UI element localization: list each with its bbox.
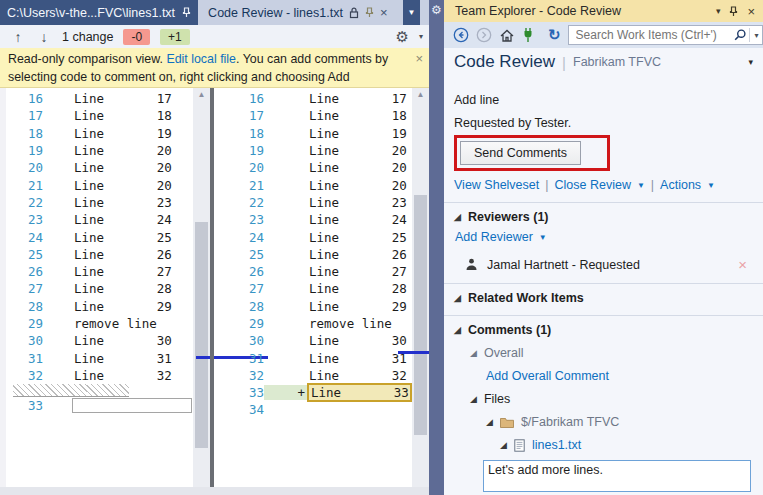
diff-row: 34 [215, 401, 413, 418]
next-change-button[interactable]: ↓ [36, 29, 52, 45]
overall-label: Overall [484, 346, 524, 360]
line-number: 25 [215, 247, 264, 262]
edit-local-file-link[interactable]: Edit local file [166, 52, 236, 66]
line-text: Line 18 [307, 108, 407, 123]
diff-row: 20Line 20 [0, 159, 193, 176]
line-number: 33 [0, 398, 43, 413]
line-text: Line 30 [307, 333, 407, 348]
horizontal-scrollbar[interactable] [0, 487, 429, 495]
team-explorer-titlebar[interactable]: Team Explorer - Code Review ▾ × [444, 0, 763, 22]
page-title: Code Review [454, 52, 555, 72]
diff-marker: + [264, 385, 307, 400]
diff-row: 33+Line 33 [215, 384, 413, 401]
line-number: 31 [215, 351, 264, 366]
back-icon[interactable] [453, 27, 469, 43]
person-icon [465, 258, 478, 271]
diff-row: 29remove line [215, 315, 413, 332]
page-switch-caret-icon[interactable]: ▾ [748, 57, 753, 67]
view-shelveset-link[interactable]: View Shelveset [454, 178, 539, 192]
line-number: 33 [215, 385, 264, 400]
pane-divider[interactable] [210, 88, 214, 487]
comments-section: ◢ Comments (1) ◢ Overall Add Overall Com… [444, 315, 763, 495]
expander-icon[interactable]: ◢ [454, 212, 461, 222]
diff-pane-right[interactable]: 16Line 1717Line 1818Line 1919Line 2020Li… [215, 88, 413, 487]
line-number: 34 [215, 402, 264, 417]
work-item-search[interactable]: ▾ [568, 25, 763, 45]
file-node[interactable]: ◢ lines1.txt [500, 438, 753, 452]
gear-icon[interactable]: ⚙ [429, 3, 444, 17]
files-node[interactable]: ◢ Files [470, 392, 753, 406]
diff-row: 19Line 20 [0, 142, 193, 159]
tab-local-file[interactable]: C:\Users\v-the...FVC\lines1.txt [0, 0, 198, 25]
close-icon[interactable]: × [747, 4, 755, 19]
tab-code-review[interactable]: Code Review - lines1.txt × [198, 0, 394, 25]
document-well-dropdown[interactable]: ▼ [403, 0, 420, 25]
add-reviewer-link[interactable]: Add Reviewer [455, 230, 533, 244]
diff-row: 32Line 32 [0, 367, 193, 384]
team-explorer-navbar: ↻ ▾ [444, 22, 763, 48]
actions-caret-icon[interactable]: ▼ [707, 181, 715, 190]
overall-node[interactable]: ◢ Overall [470, 346, 753, 360]
window-position-caret-icon[interactable]: ▾ [716, 6, 721, 16]
diff-row: 23Line 24 [0, 211, 193, 228]
line-number: 24 [0, 230, 43, 245]
left-scrollbar[interactable]: ▲ [193, 88, 210, 487]
pin-icon[interactable] [365, 7, 374, 18]
scroll-up-icon[interactable]: ▲ [193, 90, 210, 99]
diff-row: 32Line 32 [215, 367, 413, 384]
review-links: View Shelveset | Close Review ▼ | Action… [454, 178, 753, 192]
line-text: Line 24 [307, 212, 407, 227]
tab-local-file-label: C:\Users\v-the...FVC\lines1.txt [7, 6, 175, 20]
line-text: Line 24 [61, 212, 172, 227]
compare-settings-caret-icon[interactable]: ▾ [419, 32, 423, 41]
line-text: Line 23 [307, 195, 407, 210]
line-text: Line 20 [307, 143, 407, 158]
actions-link[interactable]: Actions [660, 178, 701, 192]
diff-row: 22Line 23 [215, 194, 413, 211]
panel-splitter[interactable]: ⚙ [429, 0, 444, 495]
left-scrollbar-thumb[interactable] [195, 222, 208, 448]
compare-settings-gear-icon[interactable]: ⚙ [396, 28, 409, 46]
add-overall-comment-link[interactable]: Add Overall Comment [486, 369, 609, 383]
file-link[interactable]: lines1.txt [532, 438, 581, 452]
close-icon[interactable]: × [380, 5, 388, 20]
diff-pane-left[interactable]: 16Line 1717Line 1818Line 1919Line 2020Li… [0, 88, 193, 487]
remove-reviewer-icon[interactable]: × [738, 256, 747, 273]
forward-icon[interactable] [476, 27, 492, 43]
expander-icon[interactable]: ◢ [454, 293, 461, 303]
pin-icon[interactable] [729, 6, 738, 17]
line-text: Line 27 [61, 264, 172, 279]
expander-icon[interactable]: ◢ [454, 325, 461, 335]
diff-row: 19Line 20 [215, 142, 413, 159]
pin-icon[interactable] [182, 7, 191, 18]
plug-icon[interactable] [522, 27, 534, 43]
expander-icon[interactable]: ◢ [486, 417, 493, 427]
line-text: Line 29 [307, 299, 407, 314]
home-icon[interactable] [499, 28, 515, 43]
close-review-link[interactable]: Close Review [555, 178, 631, 192]
comment-input[interactable]: Let's add more lines. [483, 460, 751, 492]
search-options-caret-icon[interactable]: ▾ [752, 31, 762, 40]
banner-close-icon[interactable]: × [415, 50, 423, 68]
right-scrollbar[interactable]: ▲ [412, 88, 429, 487]
expander-icon[interactable]: ◢ [500, 440, 507, 450]
right-scrollbar-thumb[interactable] [414, 195, 427, 435]
line-number: 21 [0, 178, 43, 193]
line-number: 28 [0, 299, 43, 314]
scroll-up-icon[interactable]: ▲ [412, 90, 429, 99]
previous-change-button[interactable]: ↑ [10, 29, 26, 45]
search-input[interactable] [574, 27, 733, 43]
line-number: 30 [0, 333, 43, 348]
close-review-caret-icon[interactable]: ▼ [637, 181, 645, 190]
expander-icon[interactable]: ◢ [470, 394, 477, 404]
search-icon[interactable] [733, 28, 747, 42]
folder-node[interactable]: ◢ $/Fabrikam TFVC [486, 415, 753, 429]
project-context: Fabrikam TFVC [573, 55, 741, 69]
refresh-icon[interactable]: ↻ [548, 26, 561, 44]
send-comments-button[interactable]: Send Comments [460, 141, 581, 165]
expander-icon[interactable]: ◢ [470, 348, 477, 358]
add-reviewer-caret-icon[interactable]: ▼ [539, 233, 547, 242]
reviewer-row[interactable]: Jamal Hartnett - Requested × [465, 256, 753, 273]
removed-count-badge: -0 [123, 29, 150, 45]
diff-row: 33 [0, 397, 193, 414]
